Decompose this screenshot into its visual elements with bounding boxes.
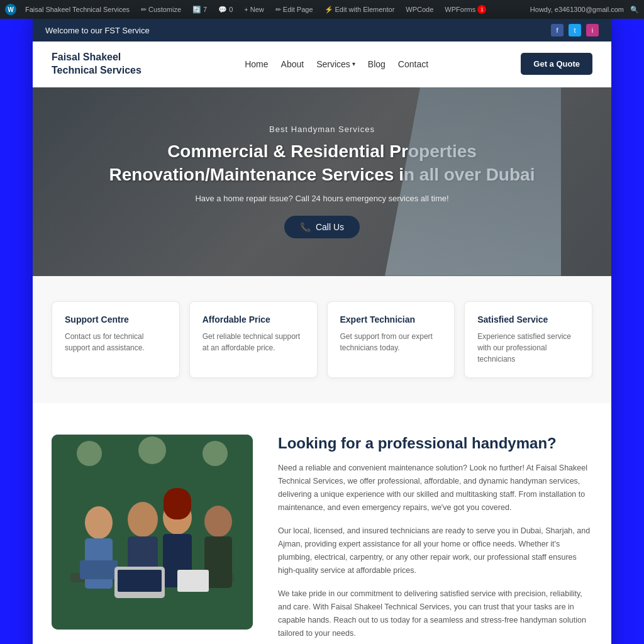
feature-title-0: Support Centre [65, 314, 167, 325]
feature-card-0: Support Centre Contact us for technical … [52, 301, 180, 378]
admin-search-icon[interactable]: 🔍 [630, 6, 639, 14]
feature-title-1: Affordable Price [203, 314, 304, 325]
about-image [52, 435, 253, 630]
features-section: Support Centre Contact us for technical … [33, 276, 611, 403]
admin-bar: W Faisal Shakeel Technical Services ✏ Cu… [0, 0, 644, 19]
admin-wpforms[interactable]: WPForms 1 [442, 5, 489, 14]
nav-blog[interactable]: Blog [368, 59, 386, 69]
svg-point-1 [77, 441, 102, 466]
feature-card-2: Expert Technician Get support from our e… [327, 301, 455, 378]
feature-desc-1: Get reliable technical support at an aff… [203, 331, 304, 353]
feature-desc-3: Experience satisfied service with our pr… [477, 331, 579, 365]
about-para-2: Our local, licensed, and insured technic… [278, 525, 592, 578]
svg-rect-11 [164, 488, 191, 519]
about-section: Looking for a professional handyman? Nee… [33, 403, 611, 644]
nav-about[interactable]: About [281, 59, 304, 69]
admin-new[interactable]: + New [242, 6, 267, 13]
feature-desc-0: Contact us for technical support and ass… [65, 331, 167, 353]
feature-card-3: Satisfied Service Experience satisfied s… [464, 301, 592, 378]
wp-logo-icon[interactable]: W [5, 4, 16, 15]
navbar: Faisal Shakeel Technical Services Home A… [33, 42, 611, 87]
nav-services[interactable]: Services ▾ [316, 59, 355, 69]
facebook-icon[interactable]: f [551, 24, 564, 36]
admin-updates[interactable]: 🔄 7 [190, 6, 209, 14]
svg-rect-17 [177, 570, 209, 592]
hero-description: Have a home repair issue? Call 24 hours … [195, 194, 448, 203]
about-image-svg [52, 435, 253, 630]
get-quote-button[interactable]: Get a Quote [521, 53, 592, 75]
admin-edit-page[interactable]: ✏ Edit Page [273, 6, 316, 14]
svg-point-3 [203, 441, 228, 466]
svg-rect-7 [80, 560, 118, 579]
about-para-3: We take pride in our commitment to deliv… [278, 587, 592, 641]
svg-point-2 [138, 436, 166, 464]
nav-home[interactable]: Home [245, 59, 268, 69]
social-icons: f t i [551, 24, 599, 36]
announcement-text: Welcome to our FST Service [45, 26, 150, 35]
about-content: Looking for a professional handyman? Nee… [278, 435, 592, 644]
instagram-icon[interactable]: i [586, 24, 599, 36]
feature-card-1: Affordable Price Get reliable technical … [189, 301, 318, 378]
admin-elementor[interactable]: ⚡ Edit with Elementor [322, 6, 397, 14]
hero-background [385, 87, 561, 276]
twitter-icon[interactable]: t [569, 24, 581, 36]
svg-point-13 [204, 506, 232, 537]
admin-wpcode[interactable]: WPCode [403, 6, 436, 13]
svg-rect-16 [118, 570, 162, 592]
chevron-down-icon: ▾ [352, 60, 355, 67]
svg-point-8 [128, 502, 158, 537]
announcement-bar: Welcome to our FST Service f t i [33, 19, 611, 42]
about-title: Looking for a professional handyman? [278, 435, 592, 452]
nav-menu: Home About Services ▾ Blog Contact [245, 58, 428, 70]
admin-site-name[interactable]: Faisal Shakeel Technical Services [23, 6, 132, 13]
nav-contact[interactable]: Contact [398, 59, 428, 69]
site-logo[interactable]: Faisal Shakeel Technical Services [52, 51, 152, 77]
admin-comments[interactable]: 💬 0 [216, 6, 235, 14]
svg-point-5 [85, 506, 113, 539]
admin-howdy: Howdy, e3461300@gmail.com [530, 6, 624, 13]
hero-subtitle: Best Handyman Services [269, 125, 375, 134]
about-para-1: Need a reliable and convenient maintenan… [278, 462, 592, 515]
call-us-button[interactable]: 📞 Call Us [284, 216, 360, 238]
feature-title-3: Satisfied Service [477, 314, 579, 325]
admin-customize[interactable]: ✏ Customize [138, 6, 184, 14]
feature-title-2: Expert Technician [340, 314, 442, 325]
hero-section: Best Handyman Services Commercial & Resi… [33, 87, 611, 276]
phone-icon: 📞 [300, 222, 311, 232]
feature-desc-2: Get support from our expert technicians … [340, 331, 442, 353]
features-grid: Support Centre Contact us for technical … [52, 301, 592, 378]
